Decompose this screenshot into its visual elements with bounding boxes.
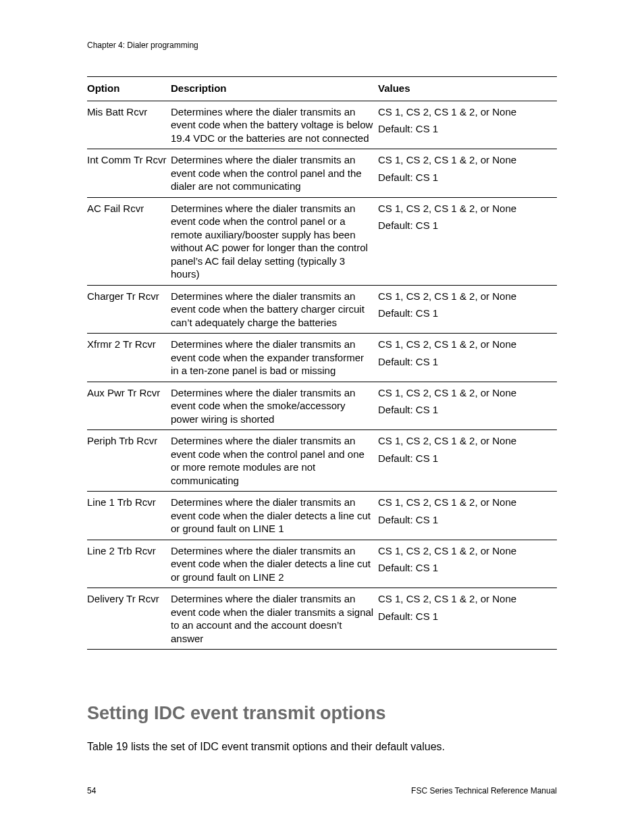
cell-option: Line 1 Trb Rcvr bbox=[87, 492, 171, 540]
cell-values: CS 1, CS 2, CS 1 & 2, or NoneDefault: CS… bbox=[378, 334, 557, 382]
table-row: Periph Trb RcvrDetermines where the dial… bbox=[87, 430, 557, 492]
cell-values: CS 1, CS 2, CS 1 & 2, or NoneDefault: CS… bbox=[378, 430, 557, 492]
table-row: Line 1 Trb RcvrDetermines where the dial… bbox=[87, 492, 557, 540]
cell-values: CS 1, CS 2, CS 1 & 2, or NoneDefault: CS… bbox=[378, 588, 557, 650]
col-header-option: Option bbox=[87, 77, 171, 101]
table-header-row: Option Description Values bbox=[87, 77, 557, 101]
cell-values: CS 1, CS 2, CS 1 & 2, or NoneDefault: CS… bbox=[378, 101, 557, 149]
values-default: Default: CS 1 bbox=[378, 513, 553, 527]
values-default: Default: CS 1 bbox=[378, 355, 553, 369]
values-options: CS 1, CS 2, CS 1 & 2, or None bbox=[378, 106, 516, 118]
cell-description: Determines where the dialer transmits an… bbox=[171, 382, 378, 430]
cell-values: CS 1, CS 2, CS 1 & 2, or NoneDefault: CS… bbox=[378, 540, 557, 588]
col-header-values: Values bbox=[378, 77, 557, 101]
cell-description: Determines where the dialer transmits an… bbox=[171, 285, 378, 334]
manual-title: FSC Series Technical Reference Manual bbox=[411, 786, 557, 796]
values-default: Default: CS 1 bbox=[378, 610, 553, 623]
cell-description: Determines where the dialer transmits an… bbox=[171, 149, 378, 198]
cell-option: Line 2 Trb Rcvr bbox=[87, 540, 171, 588]
values-options: CS 1, CS 2, CS 1 & 2, or None bbox=[378, 203, 516, 214]
values-options: CS 1, CS 2, CS 1 & 2, or None bbox=[378, 338, 516, 350]
cell-values: CS 1, CS 2, CS 1 & 2, or NoneDefault: CS… bbox=[378, 285, 557, 334]
values-options: CS 1, CS 2, CS 1 & 2, or None bbox=[378, 290, 516, 302]
values-default: Default: CS 1 bbox=[378, 403, 553, 417]
cell-values: CS 1, CS 2, CS 1 & 2, or NoneDefault: CS… bbox=[378, 382, 557, 430]
table-row: Int Comm Tr RcvrDetermines where the dia… bbox=[87, 149, 557, 198]
table-body: Mis Batt RcvrDetermines where the dialer… bbox=[87, 101, 557, 650]
cell-option: Mis Batt Rcvr bbox=[87, 101, 171, 149]
cell-option: Int Comm Tr Rcvr bbox=[87, 149, 171, 198]
values-options: CS 1, CS 2, CS 1 & 2, or None bbox=[378, 496, 516, 508]
cell-description: Determines where the dialer transmits an… bbox=[171, 197, 378, 285]
values-default: Default: CS 1 bbox=[378, 452, 553, 465]
col-header-description: Description bbox=[171, 77, 378, 101]
values-default: Default: CS 1 bbox=[378, 122, 553, 136]
values-options: CS 1, CS 2, CS 1 & 2, or None bbox=[378, 154, 516, 165]
cell-values: CS 1, CS 2, CS 1 & 2, or NoneDefault: CS… bbox=[378, 149, 557, 198]
values-default: Default: CS 1 bbox=[378, 219, 553, 232]
values-default: Default: CS 1 bbox=[378, 171, 553, 184]
values-options: CS 1, CS 2, CS 1 & 2, or None bbox=[378, 435, 516, 446]
cell-values: CS 1, CS 2, CS 1 & 2, or NoneDefault: CS… bbox=[378, 197, 557, 285]
values-default: Default: CS 1 bbox=[378, 561, 553, 575]
chapter-header: Chapter 4: Dialer programming bbox=[87, 41, 557, 51]
table-row: Aux Pwr Tr RcvrDetermines where the dial… bbox=[87, 382, 557, 430]
cell-description: Determines where the dialer transmits an… bbox=[171, 492, 378, 540]
values-options: CS 1, CS 2, CS 1 & 2, or None bbox=[378, 545, 516, 556]
cell-option: Periph Trb Rcvr bbox=[87, 430, 171, 492]
page-number: 54 bbox=[87, 786, 96, 796]
cell-description: Determines where the dialer transmits an… bbox=[171, 588, 378, 650]
values-options: CS 1, CS 2, CS 1 & 2, or None bbox=[378, 387, 516, 398]
document-page: Chapter 4: Dialer programming Option Des… bbox=[0, 0, 644, 834]
cell-option: Delivery Tr Rcvr bbox=[87, 588, 171, 650]
cell-option: Aux Pwr Tr Rcvr bbox=[87, 382, 171, 430]
cell-description: Determines where the dialer transmits an… bbox=[171, 101, 378, 149]
cell-option: AC Fail Rcvr bbox=[87, 197, 171, 285]
values-options: CS 1, CS 2, CS 1 & 2, or None bbox=[378, 593, 516, 604]
cell-option: Charger Tr Rcvr bbox=[87, 285, 171, 334]
table-row: Line 2 Trb RcvrDetermines where the dial… bbox=[87, 540, 557, 588]
cell-option: Xfrmr 2 Tr Rcvr bbox=[87, 334, 171, 382]
table-row: Xfrmr 2 Tr RcvrDetermines where the dial… bbox=[87, 334, 557, 382]
table-row: Delivery Tr RcvrDetermines where the dia… bbox=[87, 588, 557, 650]
page-footer: 54 FSC Series Technical Reference Manual bbox=[87, 786, 557, 796]
table-row: AC Fail RcvrDetermines where the dialer … bbox=[87, 197, 557, 285]
section-heading: Setting IDC event transmit options bbox=[87, 702, 557, 725]
cell-description: Determines where the dialer transmits an… bbox=[171, 540, 378, 588]
table-row: Charger Tr RcvrDetermines where the dial… bbox=[87, 285, 557, 334]
table-row: Mis Batt RcvrDetermines where the dialer… bbox=[87, 101, 557, 149]
cell-description: Determines where the dialer transmits an… bbox=[171, 430, 378, 492]
section-intro: Table 19 lists the set of IDC event tran… bbox=[87, 740, 557, 754]
cell-values: CS 1, CS 2, CS 1 & 2, or NoneDefault: CS… bbox=[378, 492, 557, 540]
values-default: Default: CS 1 bbox=[378, 307, 553, 320]
cell-description: Determines where the dialer transmits an… bbox=[171, 334, 378, 382]
options-table: Option Description Values Mis Batt RcvrD… bbox=[87, 76, 557, 650]
